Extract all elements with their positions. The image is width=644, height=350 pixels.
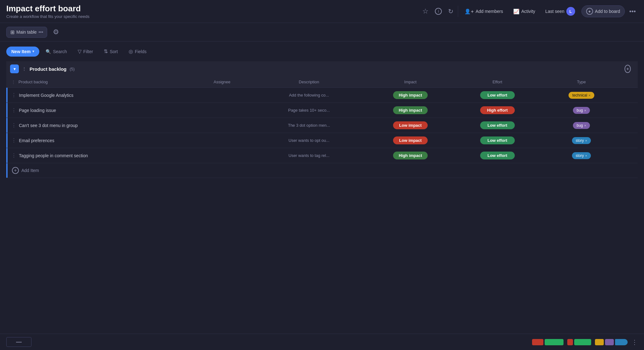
type-cell-3[interactable]: story × — [541, 133, 622, 148]
info-icon: i — [435, 8, 442, 15]
description-cell-2[interactable]: The 3 dot option men... — [251, 118, 367, 133]
chevron-down-icon: ▾ — [14, 66, 16, 71]
effort-badge-4[interactable]: Low effort — [480, 152, 515, 159]
last-seen-button[interactable]: Last seen L — [541, 5, 579, 18]
col-header-effort[interactable]: Effort — [454, 76, 541, 88]
drag-handle-2[interactable]: ⋮ — [11, 122, 16, 128]
assignee-cell-3[interactable] — [193, 133, 251, 148]
impact-badge-0[interactable]: High impact — [393, 91, 428, 99]
item-name-4[interactable]: Tagging people in comment section — [19, 153, 88, 158]
summary-pills-impact — [532, 339, 564, 345]
impact-badge-4[interactable]: High impact — [393, 152, 428, 159]
type-badge-1[interactable]: bug × — [573, 107, 590, 114]
refresh-button[interactable]: ↻ — [446, 6, 455, 17]
type-close-4[interactable]: × — [585, 154, 587, 158]
refresh-icon: ↻ — [448, 8, 453, 15]
type-cell-0[interactable]: technical × — [541, 88, 622, 103]
drag-handle-1[interactable]: ⋮ — [11, 107, 16, 113]
drag-handle-0[interactable]: ⋮ — [11, 92, 16, 98]
impact-cell-1[interactable]: High impact — [367, 103, 454, 118]
main-table-button[interactable]: ⊞ Main table ••• — [6, 27, 47, 38]
sort-button[interactable]: ⇅ Sort — [99, 46, 122, 57]
search-button[interactable]: 🔍 Search — [41, 47, 71, 57]
item-name-3[interactable]: Email preferences — [19, 138, 54, 143]
col-header-assignee[interactable]: Assignee — [193, 76, 251, 88]
table-more-icon: ••• — [39, 30, 43, 35]
item-name-2[interactable]: Can't see 3 dot menu in group — [19, 123, 78, 128]
add-item-label: Add Item — [21, 168, 39, 173]
col-header-name[interactable]: ⋮ Product backlog — [8, 76, 193, 88]
summary-more-button[interactable]: ⋮ — [631, 338, 638, 346]
description-cell-0[interactable]: Add the following co... — [251, 88, 367, 103]
add-to-board-button[interactable]: + Add to board — [581, 5, 625, 17]
table-row[interactable]: ⋮ Can't see 3 dot menu in group The 3 do… — [6, 118, 638, 133]
type-badge-4[interactable]: story × — [572, 152, 591, 159]
description-cell-4[interactable]: User wants to tag rel... — [251, 148, 367, 163]
table-row[interactable]: ⋮ Page loading issue Page takes 10+ seco… — [6, 103, 638, 118]
group-header-cell: ▾ ⋮ Product backlog (5) — [6, 61, 622, 76]
col-header-type[interactable]: Type — [541, 76, 622, 88]
assignee-cell-2[interactable] — [193, 118, 251, 133]
impact-cell-4[interactable]: High impact — [367, 148, 454, 163]
impact-cell-3[interactable]: Low impact — [367, 133, 454, 148]
pill-red — [532, 339, 543, 345]
effort-cell-0[interactable]: Low effort — [454, 88, 541, 103]
col-header-description[interactable]: Description — [251, 76, 367, 88]
impact-badge-3[interactable]: Low impact — [393, 136, 428, 144]
effort-badge-0[interactable]: Low effort — [480, 91, 515, 99]
effort-badge-3[interactable]: Low effort — [480, 136, 515, 144]
impact-cell-2[interactable]: Low impact — [367, 118, 454, 133]
effort-cell-4[interactable]: Low effort — [454, 148, 541, 163]
effort-badge-2[interactable]: Low effort — [480, 121, 515, 129]
add-column-cell: + — [622, 61, 638, 76]
impact-cell-0[interactable]: High impact — [367, 88, 454, 103]
effort-cell-2[interactable]: Low effort — [454, 118, 541, 133]
table-row[interactable]: ⋮ Email preferences User wants to opt ou… — [6, 133, 638, 148]
settings-button[interactable]: ⚙ — [51, 26, 61, 38]
row-border-1 — [6, 103, 8, 118]
drag-handle-4[interactable]: ⋮ — [11, 153, 16, 158]
type-close-3[interactable]: × — [585, 139, 587, 142]
col-header-impact[interactable]: Impact — [367, 76, 454, 88]
star-button[interactable]: ☆ — [420, 5, 430, 17]
info-button[interactable]: i — [433, 6, 444, 17]
filter-button[interactable]: ▽ Filter — [73, 46, 97, 57]
table-row[interactable]: ⋮ Tagging people in comment section User… — [6, 148, 638, 163]
add-members-label: Add members — [476, 9, 503, 14]
fields-button[interactable]: ◎ Fields — [124, 46, 151, 57]
row-border-0 — [6, 88, 8, 103]
effort-cell-1[interactable]: High effort — [454, 103, 541, 118]
add-column-button[interactable]: + — [622, 63, 633, 75]
type-cell-4[interactable]: story × — [541, 148, 622, 163]
effort-cell-3[interactable]: Low effort — [454, 133, 541, 148]
group-count: (5) — [70, 67, 75, 71]
type-badge-3[interactable]: story × — [572, 137, 591, 144]
add-members-button[interactable]: 👤+ Add members — [461, 7, 507, 16]
assignee-cell-0[interactable] — [193, 88, 251, 103]
effort-badge-1[interactable]: High effort — [480, 106, 515, 114]
add-item-row[interactable]: + Add Item — [6, 163, 638, 178]
add-to-board-label: Add to board — [595, 9, 620, 14]
type-close-0[interactable]: × — [588, 93, 590, 97]
type-cell-1[interactable]: bug × — [541, 103, 622, 118]
type-cell-2[interactable]: bug × — [541, 118, 622, 133]
add-item-cell[interactable]: + Add Item — [8, 163, 622, 178]
description-cell-1[interactable]: Page takes 10+ seco... — [251, 103, 367, 118]
type-badge-2[interactable]: bug × — [573, 122, 590, 129]
table-row[interactable]: ⋮ Implement Google Analytics Add the fol… — [6, 88, 638, 103]
drag-handle-3[interactable]: ⋮ — [11, 137, 16, 143]
activity-button[interactable]: 📈 Activity — [509, 7, 539, 16]
new-item-button[interactable]: New Item ▾ — [6, 47, 39, 57]
type-close-2[interactable]: × — [584, 124, 586, 127]
assignee-cell-4[interactable] — [193, 148, 251, 163]
assignee-cell-1[interactable] — [193, 103, 251, 118]
description-cell-3[interactable]: User wants to opt ou... — [251, 133, 367, 148]
more-options-button[interactable]: ••• — [627, 6, 638, 17]
type-badge-0[interactable]: technical × — [569, 92, 594, 99]
item-name-1[interactable]: Page loading issue — [19, 108, 56, 113]
type-close-1[interactable]: × — [584, 108, 586, 112]
group-toggle-button[interactable]: ▾ — [10, 64, 19, 73]
impact-badge-2[interactable]: Low impact — [393, 121, 428, 129]
item-name-0[interactable]: Implement Google Analytics — [19, 93, 74, 98]
impact-badge-1[interactable]: High impact — [393, 106, 428, 114]
